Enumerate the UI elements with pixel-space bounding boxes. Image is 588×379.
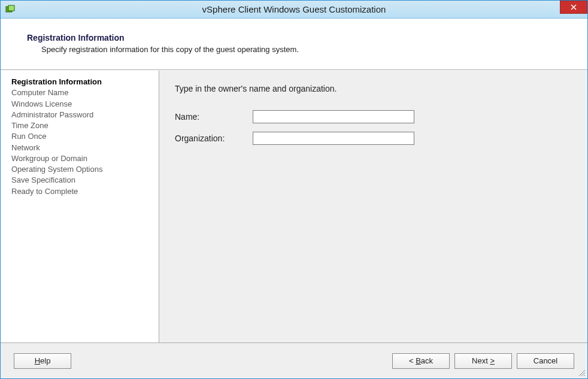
cancel-button[interactable]: Cancel [517, 353, 574, 369]
client-area: Registration Information Specify registr… [1, 19, 587, 378]
name-row: Name: [175, 110, 581, 123]
wizard-footer: Help < Back Next > Cancel [1, 342, 587, 378]
close-icon [571, 4, 577, 10]
resize-grip-icon [577, 368, 586, 377]
page-title: Registration Information [27, 33, 561, 43]
app-icon [4, 4, 16, 16]
help-button[interactable]: Help [14, 353, 71, 369]
content-instruction: Type in the owner's name and organizatio… [175, 84, 581, 93]
wizard-steps-sidebar: Registration InformationComputer NameWin… [1, 71, 159, 342]
wizard-step-item[interactable]: Time Zone [11, 120, 151, 131]
svg-line-5 [581, 372, 585, 376]
wizard-step-item[interactable]: Computer Name [11, 87, 151, 98]
wizard-body: Registration InformationComputer NameWin… [1, 70, 587, 342]
back-button[interactable]: < Back [392, 353, 450, 369]
wizard-step-item[interactable]: Ready to Complete [11, 186, 151, 197]
next-prefix: Next [472, 356, 490, 365]
footer-right-group: < Back Next > Cancel [387, 353, 574, 369]
wizard-step-item[interactable]: Network [11, 142, 151, 153]
help-text: elp [40, 356, 50, 365]
name-input[interactable] [253, 110, 414, 123]
wizard-content: Type in the owner's name and organizatio… [159, 71, 587, 342]
help-accel: H [35, 356, 40, 365]
organization-label: Organization: [175, 134, 253, 143]
wizard-step-item[interactable]: Save Specification [11, 175, 151, 186]
back-prefix: < [409, 356, 416, 365]
wizard-step-item[interactable]: Windows License [11, 99, 151, 110]
name-label: Name: [175, 112, 253, 122]
wizard-header: Registration Information Specify registr… [1, 19, 587, 70]
page-subtitle: Specify registration information for thi… [41, 45, 561, 54]
organization-input[interactable] [253, 132, 414, 145]
wizard-step-item[interactable]: Workgroup or Domain [11, 153, 151, 164]
wizard-step-item[interactable]: Administrator Password [11, 110, 151, 120]
wizard-step-item[interactable]: Run Once [11, 131, 151, 142]
svg-rect-1 [8, 5, 14, 11]
window-title: vSphere Client Windows Guest Customizati… [1, 4, 587, 14]
next-accel: > [490, 356, 495, 365]
svg-line-6 [584, 375, 585, 376]
wizard-step-item[interactable]: Operating System Options [11, 164, 151, 175]
back-accel: B [416, 356, 421, 365]
organization-row: Organization: [175, 132, 581, 145]
wizard-step-item[interactable]: Registration Information [11, 77, 151, 87]
back-rest: ack [421, 356, 433, 365]
titlebar[interactable]: vSphere Client Windows Guest Customizati… [1, 1, 587, 19]
wizard-window: vSphere Client Windows Guest Customizati… [0, 0, 588, 379]
svg-line-4 [579, 370, 585, 376]
next-button[interactable]: Next > [454, 353, 512, 369]
close-button[interactable] [560, 1, 587, 14]
